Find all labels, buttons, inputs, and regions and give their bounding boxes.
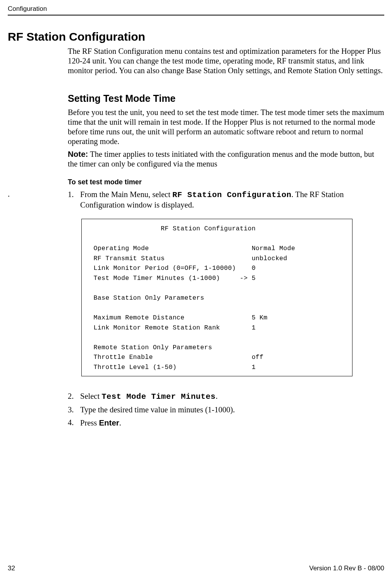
test-mode-paragraph: Before you test the unit, you need to se…: [68, 108, 384, 146]
step-number: 4.: [68, 417, 80, 428]
step-text: Type the desired time value in minutes (…: [80, 405, 235, 414]
note-text: The timer applies to tests initiated wit…: [68, 150, 374, 168]
header-rule: [8, 15, 384, 15]
step-body: Type the desired time value in minutes (…: [80, 405, 384, 415]
step-number: 2.: [68, 391, 80, 402]
step-bold: Enter: [99, 418, 119, 427]
step-number: 1.: [68, 190, 80, 200]
step-text-pre: Select: [80, 392, 101, 400]
page-number: 32: [8, 565, 15, 572]
step-1: 1. From the Main Menu, select RF Station…: [68, 190, 384, 210]
version-string: Version 1.0 Rev B - 08/00: [309, 565, 384, 572]
step-code: RF Station Configuration: [172, 190, 291, 199]
step-number: 3.: [68, 405, 80, 415]
step-2: 2. Select Test Mode Timer Minutes.: [68, 391, 384, 402]
intro-paragraph: The RF Station Configuration menu contai…: [68, 46, 384, 76]
procedure-title: To set test mode timer: [68, 178, 142, 186]
step-code: Test Mode Timer Minutes: [101, 392, 215, 401]
step-text-post: .: [119, 419, 121, 427]
step-body: Select Test Mode Timer Minutes.: [80, 391, 384, 402]
note-label: Note:: [68, 149, 88, 158]
hanging-dot: .: [8, 190, 10, 199]
terminal-content: RF Station Configuration Operating Mode …: [82, 224, 352, 372]
subsection-title: Setting Test Mode Time: [68, 93, 175, 104]
step-body: From the Main Menu, select RF Station Co…: [80, 190, 384, 210]
step-4: 4. Press Enter.: [68, 417, 384, 429]
step-text-post: .: [216, 392, 218, 400]
step-list-top: 1. From the Main Menu, select RF Station…: [68, 190, 384, 212]
note-block: Note: The timer applies to tests initiat…: [68, 149, 384, 169]
page-title: RF Station Configuration: [8, 30, 145, 43]
step-text-pre: Press: [80, 419, 99, 427]
header-section: Configuration: [8, 5, 47, 13]
step-text-pre: From the Main Menu, select: [80, 190, 172, 199]
terminal-window: RF Station Configuration Operating Mode …: [81, 219, 352, 376]
step-3: 3. Type the desired time value in minute…: [68, 405, 384, 415]
step-body: Press Enter.: [80, 417, 384, 429]
step-list-bottom: 2. Select Test Mode Timer Minutes. 3. Ty…: [68, 391, 384, 431]
